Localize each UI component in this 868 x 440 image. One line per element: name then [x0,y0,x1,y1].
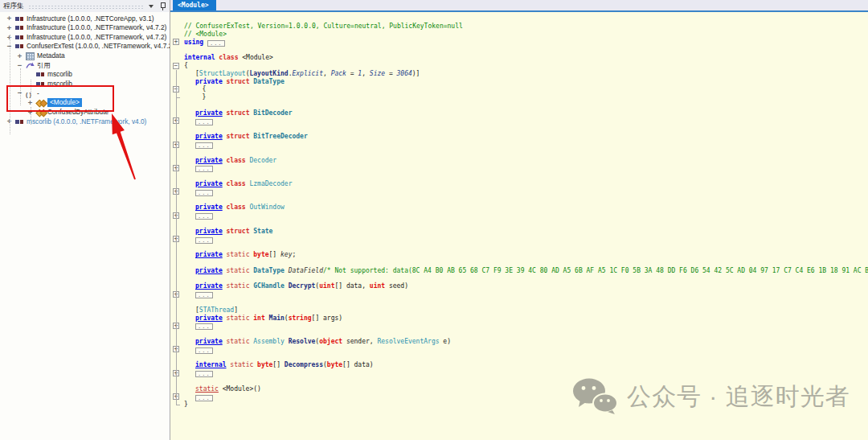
tree-expander[interactable]: + [6,14,13,22]
fold-end-corner [176,405,180,405]
collapsed-region[interactable]: ... [195,119,213,125]
code-line: [STAThread] [195,306,238,315]
tree-item-label: Metadata [37,51,65,60]
code-line: private static GCHandle Decrypt(uint[] d… [195,282,408,290]
assembly-icon [36,80,45,88]
code-line: ... [195,164,213,172]
tree-expander[interactable]: + [6,24,13,31]
tree-guide-line [10,35,10,134]
panel-drag-texture [28,5,145,9]
code-line: } [202,93,206,101]
tree-item-label: Infrastructure (1.0.0.0, .NETFramework, … [27,23,166,32]
code-line: ... [195,141,213,149]
wechat-icon [572,378,619,415]
assembly-icon [15,24,24,32]
panel-header: 程序集 [0,0,170,12]
panel-title: 程序集 [3,2,24,11]
code-line: internal class <Module> [184,54,273,62]
tree-item-module[interactable]: +<Module> [0,98,170,108]
code-line: ... [195,369,213,377]
collapsed-region[interactable]: ... [195,166,213,172]
tree-item-metadata[interactable]: +Metadata [0,51,170,61]
tree-expander[interactable]: + [27,99,34,106]
code-line: private static DataType DataField/* Not … [195,267,868,275]
assembly-icon [36,71,45,79]
assembly-tree[interactable]: +Infrastructure (1.0.0.0, .NETCoreApp, v… [0,12,170,440]
tree-item-confusedbyattribute[interactable]: +ConfusedByAttribute [0,107,170,117]
tree-item-label: mscorlib [47,70,72,79]
code-line: private static byte[] key; [195,251,296,259]
code-line: private class LzmaDecoder [195,180,292,188]
tab-module[interactable]: <Module> [173,0,216,10]
collapsed-region[interactable]: ... [195,371,213,377]
tree-item-confuserextest[interactable]: −ConfuserExTest (1.0.0.0, .NETFramework,… [0,42,170,51]
tree-guide-line [31,80,31,97]
code-line: ... [195,212,213,220]
code-line: ... [195,322,213,330]
collapsed-region[interactable]: ... [195,292,213,298]
tree-item-mscorlib-ref-1[interactable]: mscorlib [0,70,170,80]
code-editor[interactable]: // ConfuserExTest, Version=1.0.0.0, Cult… [170,12,868,440]
watermark: 公众号 · 追逐时光者 [572,378,850,415]
code-line: private struct BitTreeDecoder [195,133,308,141]
collapsed-region[interactable]: ... [195,142,213,149]
assemblies-panel: 程序集 +Infrastructure (1.0.0.0, .NETCoreAp… [0,0,170,440]
code-line: private static int Main(string[] args) [195,315,342,323]
collapsed-region[interactable]: ... [195,237,213,244]
watermark-text: 公众号 · 追逐时光者 [627,380,850,413]
code-line: private struct State [195,228,272,236]
decompiler-window: 程序集 +Infrastructure (1.0.0.0, .NETCoreAp… [0,0,868,440]
code-line: using ... [184,39,225,47]
tree-item-label: mscorlib [47,80,72,88]
tree-item-label: Infrastructure (1.0.0.0, .NETFramework, … [27,33,166,42]
tree-item-infrastructure-2[interactable]: +Infrastructure (1.0.0.0, .NETFramework,… [0,23,170,33]
assembly-icon [15,118,24,126]
tree-item-label: ConfuserExTest (1.0.0.0, .NETFramework, … [27,42,170,51]
code-line: ... [195,236,213,244]
tree-item-label: - [37,89,39,98]
code-line: [StructLayout(LayoutKind.Explicit, Pack … [195,70,420,78]
code-line: ... [195,290,213,298]
code-line: private struct BitDecoder [195,109,292,117]
collapsed-region[interactable]: ... [195,213,213,220]
code-line: { [202,85,206,93]
tree-guide-line [31,107,31,125]
tree-item-infrastructure-3[interactable]: +Infrastructure (1.0.0.0, .NETFramework,… [0,32,170,42]
dropdown-caret-icon[interactable] [149,5,154,8]
collapsed-region[interactable]: ... [195,323,213,330]
code-line: { [184,62,188,70]
code-line: ... [195,346,213,354]
document-tabstrip: <Module> [170,0,868,12]
code-line: internal static byte[] Decompress(byte[]… [195,361,374,369]
tree-item-label: 引用 [37,61,51,70]
tree-expander[interactable]: + [16,52,23,60]
collapsed-region[interactable]: ... [195,395,213,401]
tree-item-label: <Module> [47,98,82,107]
code-line: static <Module>() [195,385,261,393]
collapsed-region[interactable]: ... [195,190,213,196]
fold-toggle[interactable]: − [173,63,179,69]
code-line: // ConfuserExTest, Version=1.0.0.0, Cult… [184,23,463,31]
code-line: private class Decoder [195,157,276,165]
tree-item-label: ConfusedByAttribute [47,108,108,117]
code-line: private static Assembly Resolve(object s… [195,338,451,346]
collapsed-region[interactable]: ... [195,347,213,354]
collapsed-region[interactable]: ... [207,40,225,47]
code-line: // <Module> [184,31,227,39]
tree-item-namespace-empty[interactable]: −- [0,88,170,98]
pin-icon[interactable] [159,2,166,11]
code-line: } [184,401,188,409]
tree-guide-line [20,68,21,105]
tree-item-infrastructure-1[interactable]: +Infrastructure (1.0.0.0, .NETCoreApp, v… [0,14,170,23]
assembly-icon [15,43,24,51]
code-line: ... [195,117,213,125]
code-line: private struct DataType [195,78,285,86]
folding-gutter-line [176,70,177,405]
code-line: private class OutWindow [195,204,285,212]
assembly-icon [15,34,24,42]
fold-toggle[interactable]: + [173,39,179,45]
tree-item-references[interactable]: −引用 [0,60,170,70]
tree-item-label: mscorlib (4.0.0.0, .NETFramework, v4.0) [27,117,146,126]
tree-item-mscorlib-ref-2[interactable]: mscorlib [0,79,170,88]
tree-item-mscorlib-gac[interactable]: +mscorlib (4.0.0.0, .NETFramework, v4.0) [0,117,170,126]
